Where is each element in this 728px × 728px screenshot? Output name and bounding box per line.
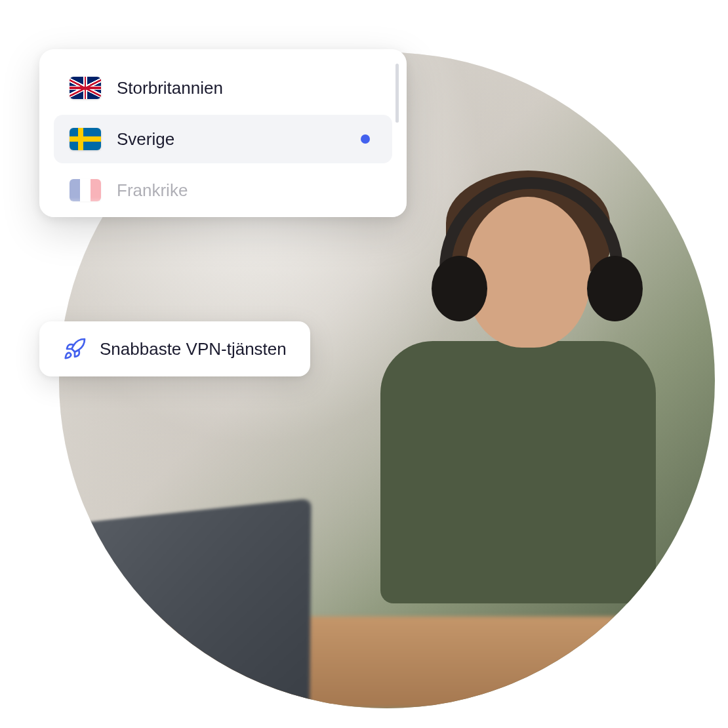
scrollbar[interactable] [395, 64, 399, 123]
badge-text: Snabbaste VPN-tjänsten [100, 339, 287, 359]
country-selector-card: Storbritannien Sverige Frankrike [39, 49, 407, 217]
person-illustration [348, 171, 676, 577]
desk-surface [59, 617, 715, 708]
selected-indicator-icon [361, 134, 370, 144]
flag-uk-icon [70, 77, 101, 99]
flag-france-icon [70, 179, 101, 201]
laptop-illustration [59, 498, 312, 708]
speed-badge: Snabbaste VPN-tjänsten [39, 321, 310, 376]
country-label: Storbritannien [117, 78, 376, 98]
country-item-sweden[interactable]: Sverige [54, 115, 392, 163]
country-label: Frankrike [117, 180, 376, 201]
rocket-icon [63, 337, 87, 361]
country-item-uk[interactable]: Storbritannien [54, 64, 392, 112]
country-label: Sverige [117, 129, 361, 150]
flag-sweden-icon [70, 128, 101, 150]
country-item-france[interactable]: Frankrike [54, 166, 392, 214]
